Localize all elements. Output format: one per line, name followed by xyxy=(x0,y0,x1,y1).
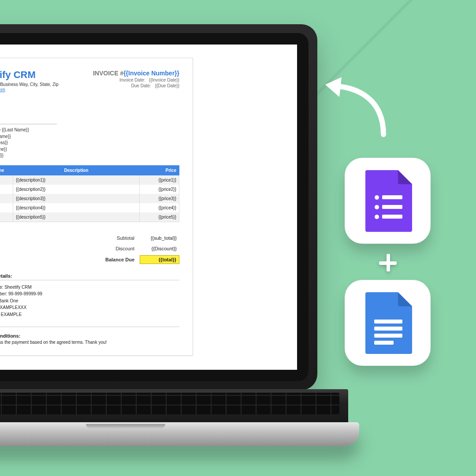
invoice-meta: INVOICE #{{Invoice Number}} Invoice Date… xyxy=(93,70,179,88)
discount-value: {{Discount}} xyxy=(140,245,179,253)
svg-point-2 xyxy=(375,205,379,209)
svg-rect-8 xyxy=(374,334,402,338)
cell-desc: {{description3}} xyxy=(13,194,140,203)
payment-details-title: Payment Details: xyxy=(0,273,179,279)
subtotal-value: {{sub_total}} xyxy=(140,234,179,242)
payment-line: Account Name: Sheetify CRM xyxy=(0,284,179,291)
invoice-document: Sheetify CRM 123 Example Business Way, C… xyxy=(0,58,193,356)
arrow-icon xyxy=(317,75,392,141)
subtotal-label: Subtotal xyxy=(87,235,140,241)
laptop-base xyxy=(0,422,359,446)
payment-line: Account Number: 99-999-99999-99 xyxy=(0,290,179,298)
plus-icon xyxy=(379,254,397,271)
table-row: {{unit5}} {{description5}} {{price5}} xyxy=(0,212,179,222)
laptop-mockup: Sheetify CRM 123 Example Business Way, C… xyxy=(0,24,317,446)
svg-rect-6 xyxy=(374,320,402,324)
invoice-number: {{Invoice Number}} xyxy=(123,70,179,77)
balance-value: {{total}} xyxy=(140,255,179,264)
table-row: {{unit4}} {{description4}} {{price4}} xyxy=(0,203,179,212)
cell-unit: {{unit3}} xyxy=(0,194,13,203)
bill-to-email: Email: {{Email}} xyxy=(0,152,179,159)
svg-rect-5 xyxy=(382,215,402,219)
cell-price: {{price3}} xyxy=(140,194,179,203)
discount-row: Discount {{Discount}} xyxy=(0,243,179,254)
cell-price: {{price5}} xyxy=(140,212,179,222)
invoice-title: INVOICE #{{Invoice Number}} xyxy=(93,70,179,77)
table-row: {{unit3}} {{description3}} {{price3}} xyxy=(0,194,179,203)
th-description: Description xyxy=(13,165,140,175)
laptop-lid: Sheetify CRM 123 Example Business Way, C… xyxy=(0,24,317,390)
cell-unit: {{unit1}} xyxy=(0,175,13,185)
google-forms-card xyxy=(345,158,431,244)
balance-label: Balance Due xyxy=(87,257,140,262)
table-row: {{unit2}} {{description2}} {{price2}} xyxy=(0,185,179,194)
google-docs-card xyxy=(345,280,431,366)
laptop-screen: Sheetify CRM 123 Example Business Way, C… xyxy=(0,45,297,370)
bill-to-name: {{First Name}} {{Last Name}} xyxy=(0,127,179,134)
payment-details-lines: Account Name: Sheetify CRM Account Numbe… xyxy=(0,284,179,318)
divider xyxy=(0,327,179,327)
table-header-row: Unit Name Description Price xyxy=(0,165,179,175)
th-price: Price xyxy=(140,165,179,175)
payment-line: Swift Code: EXAMPLEXXX xyxy=(0,304,179,311)
google-docs-icon xyxy=(364,292,412,354)
divider xyxy=(0,280,179,280)
bill-to-street: {{Street Address}} xyxy=(0,140,179,146)
cell-price: {{price2}} xyxy=(140,185,179,194)
subtotal-row: Subtotal {{sub_total}} xyxy=(0,233,179,243)
due-date-row: Due Date: {{Due Date}} xyxy=(93,83,179,88)
invoice-date-label: Invoice Date: xyxy=(114,78,145,82)
invoice-title-prefix: INVOICE # xyxy=(93,70,123,77)
company-block: Sheetify CRM 123 Example Business Way, C… xyxy=(0,70,59,92)
cell-desc: {{description1}} xyxy=(13,175,140,185)
bill-to-block: Bill To: {{First Name}} {{Last Name}} {{… xyxy=(0,117,179,159)
cell-unit: {{unit4}} xyxy=(0,203,13,212)
svg-rect-7 xyxy=(374,327,402,331)
svg-rect-1 xyxy=(382,195,402,199)
svg-point-4 xyxy=(375,215,379,219)
terms-title: Terms & Conditions: xyxy=(0,333,179,338)
invoice-header: Sheetify CRM 123 Example Business Way, C… xyxy=(0,70,179,92)
cell-desc: {{description4}} xyxy=(13,203,140,212)
invoice-date-row: Invoice Date: {{Invoice Date}} xyxy=(93,78,179,82)
cell-unit: {{unit2}} xyxy=(0,185,13,194)
due-date-value: {{Due Date}} xyxy=(155,83,179,88)
svg-rect-3 xyxy=(382,205,402,209)
discount-label: Discount xyxy=(87,246,140,251)
bill-to-lines: {{First Name}} {{Last Name}} {{Company N… xyxy=(0,127,179,159)
terms-text: Please process the payment based on the … xyxy=(0,340,179,345)
payment-line: Bank Name: Bank One xyxy=(0,298,179,305)
laptop-keyboard xyxy=(0,389,348,422)
cell-price: {{price4}} xyxy=(140,203,179,212)
company-name: Sheetify CRM xyxy=(0,70,59,80)
cell-price: {{price1}} xyxy=(140,175,179,185)
cell-unit: {{unit5}} xyxy=(0,212,13,222)
company-website-link[interactable]: sheetifycrm.com xyxy=(0,87,5,92)
cell-desc: {{description2}} xyxy=(13,185,140,194)
table-row: {{unit1}} {{description1}} {{price1}} xyxy=(0,175,179,185)
svg-point-0 xyxy=(375,195,379,200)
bill-to-title: Bill To: xyxy=(0,117,179,122)
payment-line: Bank Branch: EXAMPLE xyxy=(0,311,179,318)
laptop-bezel: Sheetify CRM 123 Example Business Way, C… xyxy=(0,33,309,381)
th-unit: Unit Name xyxy=(0,165,13,175)
google-forms-icon xyxy=(364,170,412,232)
balance-row: Balance Due {{total}} xyxy=(0,254,179,265)
line-items-table: Unit Name Description Price {{unit1}} {{… xyxy=(0,165,179,222)
svg-rect-9 xyxy=(374,341,394,345)
bill-to-phone: Phone: {{Phone}} xyxy=(0,146,179,153)
bill-to-separator xyxy=(0,124,57,124)
invoice-date-value: {{Invoice Date}} xyxy=(149,78,179,82)
due-date-label: Due Date: xyxy=(120,83,151,88)
cell-desc: {{description5}} xyxy=(13,212,140,222)
company-address: 123 Example Business Way, City, State, Z… xyxy=(0,82,59,87)
totals-block: Subtotal {{sub_total}} Discount {{Discou… xyxy=(0,233,179,265)
bill-to-company: {{Company Name}} xyxy=(0,134,179,140)
